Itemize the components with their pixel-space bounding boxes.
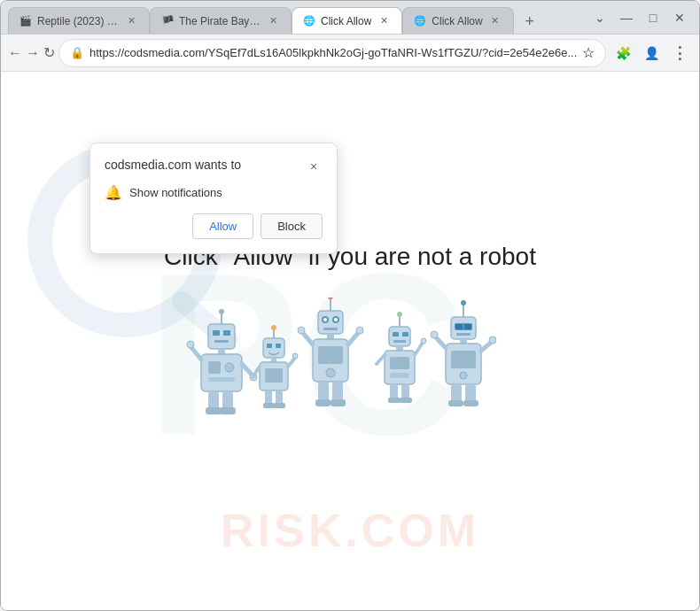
svg-rect-77: [464, 324, 471, 329]
svg-point-56: [397, 312, 402, 317]
svg-point-46: [326, 368, 335, 377]
popup-close-button[interactable]: ×: [305, 158, 323, 175]
svg-rect-59: [402, 332, 408, 336]
svg-rect-5: [223, 330, 230, 336]
svg-rect-4: [213, 330, 220, 336]
maximize-button[interactable]: □: [641, 7, 665, 28]
svg-rect-45: [318, 346, 343, 364]
svg-point-50: [356, 327, 363, 334]
svg-rect-3: [208, 324, 235, 349]
svg-point-10: [225, 363, 234, 372]
window-controls: ⌄ — □ ✕: [587, 7, 692, 28]
svg-point-13: [187, 341, 194, 348]
navigation-toolbar: ← → ↻ 🔒 https://codsmedia.com/YSqEf7dLs1…: [1, 35, 699, 72]
svg-rect-18: [206, 407, 222, 414]
svg-point-84: [431, 331, 438, 338]
tab-clickallow-2[interactable]: 🌐 Click Allow ✕: [402, 7, 513, 34]
svg-rect-34: [274, 403, 285, 408]
svg-rect-42: [323, 328, 338, 330]
svg-rect-7: [218, 349, 225, 354]
notification-popup: codsmedia.com wants to × 🔔 Show notifica…: [89, 143, 338, 254]
svg-rect-23: [267, 344, 272, 348]
tab-close-1[interactable]: ✕: [124, 14, 138, 28]
svg-point-48: [298, 327, 305, 334]
tab-label-4: Click Allow: [432, 15, 482, 27]
svg-rect-90: [463, 400, 478, 406]
tab-favicon-3: 🌐: [303, 15, 315, 27]
tab-piratebay[interactable]: 🏴 The Pirate Bay ... ✕: [150, 7, 292, 34]
address-bar[interactable]: 🔒 https://codsmedia.com/YSqEf7dLs16A05lk…: [58, 39, 606, 67]
tab-close-2[interactable]: ✕: [266, 14, 280, 28]
svg-rect-76: [455, 324, 463, 329]
svg-line-12: [191, 346, 201, 360]
svg-rect-11: [208, 377, 235, 382]
minimize-button[interactable]: —: [614, 7, 639, 28]
svg-point-82: [460, 372, 467, 379]
popup-actions: Allow Block: [105, 213, 323, 239]
refresh-button[interactable]: ↻: [43, 40, 55, 66]
svg-point-67: [421, 338, 426, 344]
tab-favicon-1: 🎬: [19, 15, 32, 27]
permission-label: Show notifications: [129, 186, 222, 199]
new-tab-button[interactable]: +: [517, 9, 542, 34]
close-button[interactable]: ✕: [667, 7, 692, 28]
svg-rect-17: [222, 391, 233, 409]
popup-permission-row: 🔔 Show notifications: [105, 184, 323, 201]
svg-rect-19: [220, 407, 236, 414]
svg-line-83: [435, 336, 446, 348]
svg-point-86: [489, 336, 496, 344]
address-text: https://codsmedia.com/YSqEf7dLs16A05lkpk…: [89, 46, 577, 59]
toolbar-actions: 🧩 👤 ⋮: [610, 40, 693, 66]
svg-rect-27: [265, 368, 283, 383]
tab-label-3: Click Allow: [321, 15, 371, 27]
allow-button[interactable]: Allow: [192, 213, 253, 239]
svg-rect-43: [327, 334, 334, 339]
svg-rect-63: [390, 357, 409, 369]
risk-watermark: RISK.COM: [1, 504, 699, 557]
menu-icon[interactable]: ⋮: [666, 40, 693, 66]
risk-watermark-text: RISK.COM: [221, 504, 479, 557]
svg-point-30: [292, 353, 298, 359]
tab-label-1: Reptile (2023) F...: [37, 15, 119, 27]
popup-header: codsmedia.com wants to ×: [105, 158, 323, 175]
tab-close-3[interactable]: ✕: [377, 14, 391, 28]
svg-line-65: [377, 355, 385, 364]
tab-reptile[interactable]: 🎬 Reptile (2023) F... ✕: [8, 7, 150, 34]
svg-rect-88: [465, 384, 476, 402]
svg-rect-51: [318, 382, 329, 401]
bell-icon: 🔔: [105, 184, 122, 201]
svg-rect-70: [388, 398, 401, 403]
svg-point-40: [323, 318, 327, 321]
block-button[interactable]: Block: [261, 213, 323, 239]
svg-point-21: [271, 325, 276, 330]
tab-label-2: The Pirate Bay ...: [179, 15, 261, 27]
svg-rect-37: [318, 311, 343, 334]
tab-strip: 🎬 Reptile (2023) F... ✕ 🏴 The Pirate Bay…: [8, 1, 577, 34]
robots-illustration: [182, 298, 518, 439]
svg-rect-69: [401, 384, 409, 399]
browser-window: 🎬 Reptile (2023) F... ✕ 🏴 The Pirate Bay…: [0, 0, 700, 611]
svg-rect-52: [332, 382, 343, 401]
chevron-down-icon[interactable]: ⌄: [587, 7, 612, 28]
svg-line-49: [348, 332, 359, 344]
forward-button[interactable]: →: [26, 40, 40, 66]
extensions-icon[interactable]: 🧩: [610, 40, 636, 66]
svg-rect-58: [393, 332, 399, 336]
tab-clickallow-1[interactable]: 🌐 Click Allow ✕: [292, 7, 402, 34]
svg-rect-9: [208, 361, 221, 374]
svg-rect-89: [448, 400, 463, 406]
svg-rect-60: [393, 340, 406, 343]
profile-icon[interactable]: 👤: [638, 40, 665, 66]
svg-rect-33: [263, 403, 275, 408]
svg-rect-54: [331, 399, 346, 406]
svg-rect-31: [265, 391, 272, 405]
back-button[interactable]: ←: [8, 40, 22, 66]
svg-point-73: [461, 300, 466, 306]
bookmark-icon[interactable]: ☆: [582, 44, 595, 61]
svg-rect-32: [276, 391, 283, 405]
tab-close-4[interactable]: ✕: [488, 14, 502, 28]
svg-rect-8: [201, 354, 242, 391]
svg-point-36: [328, 298, 333, 299]
svg-rect-68: [390, 384, 398, 399]
page-content: PC RISK.COM Click "Allow" if you are not…: [1, 72, 699, 610]
